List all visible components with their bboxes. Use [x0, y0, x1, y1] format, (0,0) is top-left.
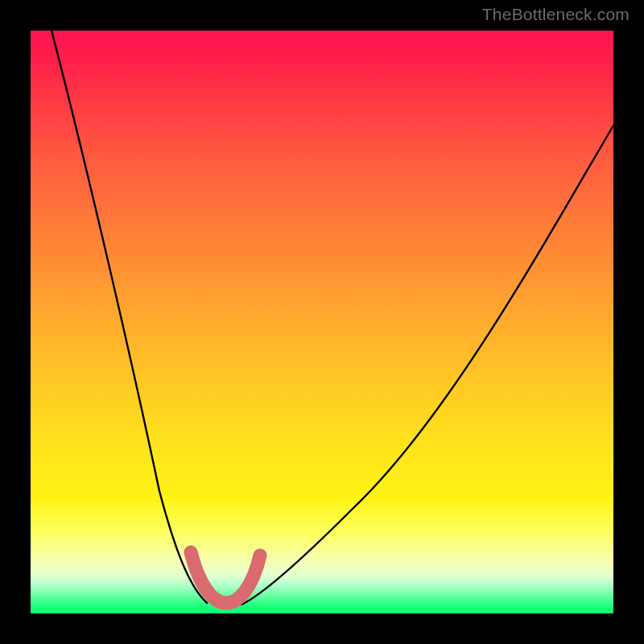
plot-area: [31, 31, 613, 613]
right-curve: [242, 126, 613, 605]
curve-overlay: [31, 31, 613, 613]
watermark-label: TheBottleneck.com: [482, 5, 630, 24]
left-curve: [52, 31, 207, 603]
chart-frame: TheBottleneck.com: [0, 0, 644, 644]
